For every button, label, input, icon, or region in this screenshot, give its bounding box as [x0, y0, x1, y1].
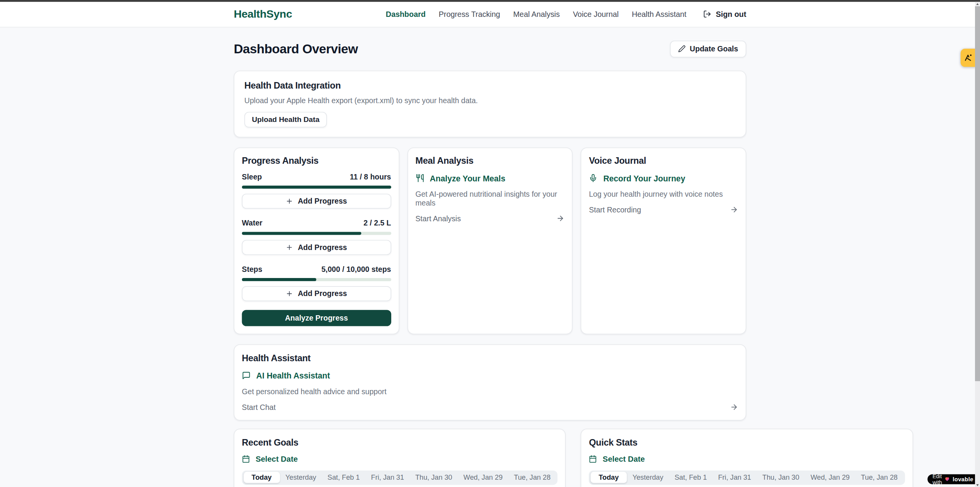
brand-logo[interactable]: HealthSync: [234, 8, 292, 21]
metric-steps-value: 5,000 / 10,000 steps: [321, 265, 391, 273]
upload-health-data-button[interactable]: Upload Health Data: [244, 112, 327, 127]
start-recording-label: Start Recording: [589, 205, 641, 214]
add-progress-label: Add Progress: [298, 289, 347, 298]
tab-wed-jan-29[interactable]: Wed, Jan 29: [458, 472, 508, 483]
metric-sleep-label: Sleep: [242, 172, 262, 181]
tab-today[interactable]: Today: [244, 472, 280, 483]
integration-title: Health Data Integration: [244, 81, 736, 90]
lovable-brand-label: lovable: [953, 476, 973, 482]
chat-bubble-icon: [242, 371, 251, 380]
select-date-label: Select Date: [603, 455, 645, 464]
sleep-progressbar-fill: [242, 185, 391, 189]
lovable-editor-badge[interactable]: [960, 49, 976, 67]
plus-icon: [286, 243, 293, 251]
metric-steps: Steps 5,000 / 10,000 steps Add Progress: [242, 265, 391, 301]
recent-goals-select-date[interactable]: Select Date: [242, 455, 558, 464]
tab-today[interactable]: Today: [591, 472, 627, 483]
quick-stats-card: Quick Stats Select Date Today Yesterday …: [581, 428, 913, 487]
add-progress-steps-button[interactable]: Add Progress: [242, 286, 391, 301]
record-your-journey-link[interactable]: Record Your Journey: [589, 173, 738, 183]
arrow-right-icon: [730, 206, 738, 214]
add-progress-water-button[interactable]: Add Progress: [242, 240, 391, 255]
update-goals-button[interactable]: Update Goals: [670, 40, 746, 57]
utensils-icon: [415, 174, 424, 183]
start-analysis-label: Start Analysis: [415, 214, 461, 223]
water-progressbar: [242, 232, 391, 235]
select-date-label: Select Date: [255, 455, 298, 464]
tab-yesterday[interactable]: Yesterday: [280, 472, 322, 483]
pencil-icon: [678, 45, 685, 53]
meal-analysis-title: Meal Analysis: [415, 155, 565, 165]
lovable-heart-icon: [945, 476, 950, 482]
plus-icon: [286, 290, 293, 298]
nav-dashboard[interactable]: Dashboard: [386, 10, 426, 18]
tab-tue-jan-28[interactable]: Tue, Jan 28: [855, 472, 903, 483]
metric-sleep-value: 11 / 8 hours: [350, 172, 391, 181]
analyze-your-meals-link[interactable]: Analyze Your Meals: [415, 173, 565, 183]
dashboard-main: Dashboard Overview Update Goals Health D…: [0, 27, 980, 487]
progress-analysis-title: Progress Analysis: [242, 155, 391, 165]
metric-water-value: 2 / 2.5 L: [364, 219, 391, 227]
lovable-logo-icon: [964, 53, 973, 63]
page-title: Dashboard Overview: [234, 41, 358, 56]
edit-with-lovable-pill[interactable]: Edit with lovable ×: [927, 474, 980, 484]
analyze-progress-button[interactable]: Analyze Progress: [242, 310, 391, 326]
tab-thu-jan-30[interactable]: Thu, Jan 30: [757, 472, 805, 483]
microphone-icon: [589, 174, 598, 183]
health-data-integration-card: Health Data Integration Upload your Appl…: [234, 70, 746, 137]
sign-out-icon: [703, 10, 712, 18]
sleep-progressbar: [242, 185, 391, 189]
tab-thu-jan-30[interactable]: Thu, Jan 30: [410, 472, 458, 483]
quick-stats-select-date[interactable]: Select Date: [589, 455, 904, 464]
add-progress-label: Add Progress: [298, 243, 347, 252]
metric-water: Water 2 / 2.5 L Add Progress: [242, 219, 391, 255]
scrollbar-down-arrow-icon[interactable]: [976, 484, 978, 486]
edit-with-label: Edit with: [932, 473, 942, 485]
recent-goals-date-tabs: Today Yesterday Sat, Feb 1 Fri, Jan 31 T…: [242, 470, 558, 484]
main-nav: Dashboard Progress Tracking Meal Analysi…: [386, 10, 746, 18]
steps-progressbar: [242, 278, 391, 281]
arrow-right-icon: [557, 214, 565, 222]
meal-description: Get AI-powered nutritional insights for …: [415, 190, 565, 207]
tab-sat-feb-1[interactable]: Sat, Feb 1: [322, 472, 365, 483]
app-viewport: HealthSync Dashboard Progress Tracking M…: [0, 0, 980, 487]
steps-progressbar-fill: [242, 278, 316, 281]
start-recording-action[interactable]: Start Recording: [589, 205, 738, 214]
voice-journal-title: Voice Journal: [589, 155, 738, 165]
scrollbar-thumb[interactable]: [975, 6, 980, 381]
calendar-icon: [242, 455, 250, 463]
tab-tue-jan-28[interactable]: Tue, Jan 28: [508, 472, 556, 483]
water-progressbar-fill: [242, 232, 361, 235]
ai-health-assistant-label: AI Health Assistant: [256, 371, 330, 380]
sign-out-button[interactable]: Sign out: [703, 10, 746, 18]
scrollbar-up-arrow-icon[interactable]: [976, 3, 978, 5]
tab-wed-jan-29[interactable]: Wed, Jan 29: [805, 472, 855, 483]
nav-health-assistant[interactable]: Health Assistant: [632, 10, 686, 18]
start-chat-label: Start Chat: [242, 403, 276, 411]
integration-description: Upload your Apple Health export (export.…: [244, 96, 736, 105]
tab-fri-jan-31[interactable]: Fri, Jan 31: [366, 472, 410, 483]
health-assistant-title: Health Assistant: [242, 353, 738, 363]
health-assistant-card: Health Assistant AI Health Assistant Get…: [234, 344, 746, 420]
sign-out-label: Sign out: [716, 10, 746, 18]
calendar-icon: [589, 455, 597, 463]
add-progress-label: Add Progress: [298, 197, 347, 206]
arrow-right-icon: [730, 403, 738, 411]
progress-analysis-card: Progress Analysis Sleep 11 / 8 hours Add…: [234, 147, 399, 334]
metric-steps-label: Steps: [242, 265, 262, 273]
top-navbar: HealthSync Dashboard Progress Tracking M…: [0, 2, 980, 27]
tab-sat-feb-1[interactable]: Sat, Feb 1: [669, 472, 712, 483]
start-chat-action[interactable]: Start Chat: [242, 403, 738, 411]
nav-progress-tracking[interactable]: Progress Tracking: [439, 10, 500, 18]
nav-meal-analysis[interactable]: Meal Analysis: [513, 10, 560, 18]
page-scrollbar[interactable]: [975, 2, 980, 487]
start-analysis-action[interactable]: Start Analysis: [415, 214, 565, 223]
record-your-journey-label: Record Your Journey: [603, 173, 685, 183]
tab-fri-jan-31[interactable]: Fri, Jan 31: [712, 472, 756, 483]
tab-yesterday[interactable]: Yesterday: [627, 472, 669, 483]
plus-icon: [286, 197, 293, 205]
add-progress-sleep-button[interactable]: Add Progress: [242, 194, 391, 208]
voice-journal-card: Voice Journal Record Your Journey Log yo…: [581, 147, 746, 334]
ai-health-assistant-link[interactable]: AI Health Assistant: [242, 371, 738, 380]
nav-voice-journal[interactable]: Voice Journal: [573, 10, 619, 18]
